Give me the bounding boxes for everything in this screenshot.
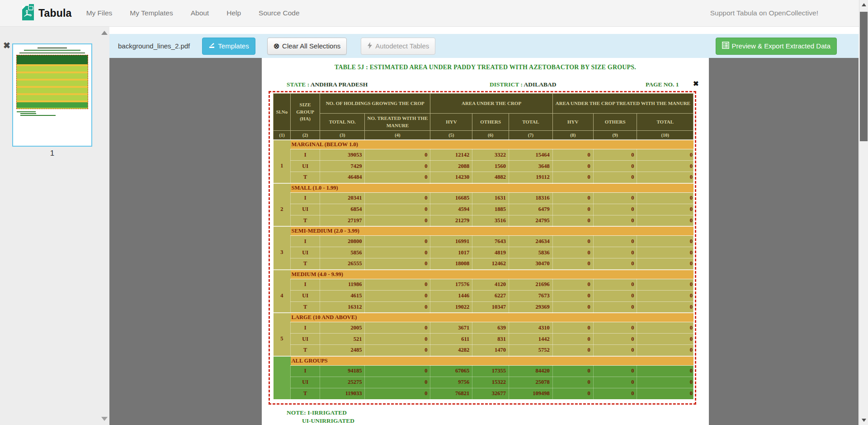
thumb-title-line: [38, 48, 67, 48]
sidebar-scroll-up-icon[interactable]: [101, 31, 108, 35]
remove-circle-icon: ⊗: [274, 43, 279, 50]
thumbnail-sidebar: ✖ 1: [0, 27, 109, 425]
templates-button[interactable]: Templates: [202, 38, 255, 55]
main-content: background_lines_2.pdf Templates ⊗ Clear…: [109, 27, 859, 425]
thumb-group-rows: [17, 102, 88, 108]
thumb-group-rows: [17, 81, 88, 86]
thumb-group-rows: [17, 73, 88, 79]
tabula-logo-icon: [20, 4, 34, 23]
scrollbar-thumb[interactable]: [860, 12, 868, 141]
nav-my-files[interactable]: My Files: [86, 9, 113, 17]
support-link[interactable]: Support Tabula on OpenCollective!: [710, 9, 818, 17]
pdf-viewer[interactable]: TABLE 5J : ESTIMATED AREA UNDER PADDY TR…: [109, 58, 859, 425]
brand-name: Tabula: [38, 7, 72, 19]
flash-icon: [367, 42, 373, 50]
table-list-icon: [722, 42, 729, 50]
clear-selections-button[interactable]: ⊗ Clear All Selections: [267, 38, 347, 55]
template-icon: [208, 42, 215, 50]
thumbnail-mini-table: [16, 55, 88, 109]
thumb-note-line: [17, 111, 36, 112]
state-field: STATE : ANDHRA PRADESH: [287, 81, 368, 88]
nav-help[interactable]: Help: [226, 9, 241, 17]
page-number-label: 1: [12, 149, 92, 158]
main-nav: My Files My Templates About Help Source …: [86, 9, 300, 17]
nav-my-templates[interactable]: My Templates: [130, 9, 173, 17]
remove-file-icon[interactable]: ✖: [3, 41, 10, 50]
document-toolbar: background_lines_2.pdf Templates ⊗ Clear…: [109, 34, 859, 58]
document-title: TABLE 5J : ESTIMATED AREA UNDER PADDY TR…: [262, 64, 709, 71]
selection-box[interactable]: [269, 91, 696, 405]
page-scrollbar[interactable]: [859, 0, 868, 425]
preview-export-button[interactable]: Preview & Export Extracted Data: [716, 38, 837, 55]
thumb-meta-line: [19, 53, 85, 53]
note-line-1: NOTE: I-IRRIGATED: [287, 409, 347, 416]
tabula-brand[interactable]: Tabula: [20, 4, 72, 23]
navbar: Tabula My Files My Templates About Help …: [0, 0, 868, 27]
thumb-title-line: [24, 50, 80, 51]
document-filename: background_lines_2.pdf: [118, 42, 190, 50]
selection-close-icon[interactable]: ✖: [693, 80, 699, 88]
page-thumbnail[interactable]: [12, 43, 92, 147]
note-line-2: UI-UNIRRIGATED: [302, 417, 354, 425]
district-field: DISTRICT : ADILABAD: [490, 81, 557, 88]
scroll-down-icon[interactable]: [859, 417, 868, 424]
thumb-table-header: [17, 55, 88, 64]
sidebar-scroll-down-icon[interactable]: [101, 417, 108, 421]
thumb-group-rows: [17, 95, 88, 100]
nav-source-code[interactable]: Source Code: [259, 9, 299, 17]
thumb-group-rows: [17, 66, 88, 72]
thumb-group-rows: [17, 88, 88, 93]
app-body: ✖ 1 background_lines_2.pdf: [0, 27, 859, 425]
thumb-note-line: [20, 115, 56, 116]
nav-about[interactable]: About: [191, 9, 209, 17]
autodetect-tables-button[interactable]: Autodetect Tables: [361, 38, 435, 55]
page-no-field: PAGE NO. 1: [646, 81, 679, 88]
scroll-up-icon[interactable]: [859, 1, 868, 8]
pdf-page[interactable]: TABLE 5J : ESTIMATED AREA UNDER PADDY TR…: [262, 58, 709, 425]
thumb-note-line: [20, 113, 36, 114]
